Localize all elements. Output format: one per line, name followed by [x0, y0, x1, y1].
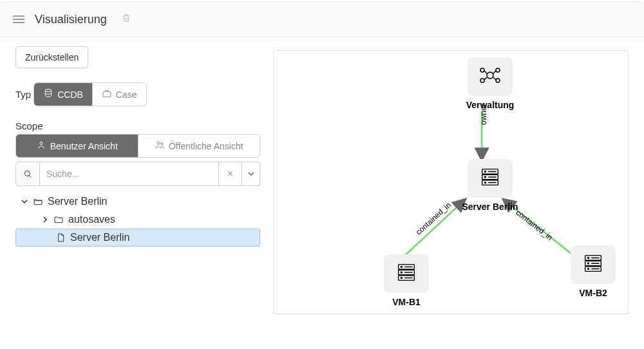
server-icon: [394, 260, 419, 287]
tree-root[interactable]: Server Berlin: [15, 193, 260, 211]
tree-view: Server Berlin autosaves Server Berlin: [15, 193, 260, 247]
svg-point-5: [24, 171, 30, 176]
app-header: Visualisierung: [0, 1, 644, 37]
scope-toggle: Benutzer Ansicht Öffentliche Ansicht: [15, 134, 260, 158]
trash-icon[interactable]: [117, 13, 131, 26]
svg-point-7: [480, 68, 484, 72]
search-bar: ×: [15, 162, 260, 186]
menu-toggle-icon[interactable]: [13, 15, 24, 23]
scope-option-public-label: Öffentliche Ansicht: [169, 141, 243, 151]
tree-item-autosaves-label: autosaves: [68, 214, 115, 225]
node-vm-b1-label: VM-B1: [392, 297, 421, 307]
node-vm-b2-label: VM-B2: [579, 288, 607, 298]
node-server-berlin[interactable]: Server Berlin: [459, 159, 521, 212]
svg-point-16: [484, 171, 486, 173]
svg-point-22: [484, 182, 486, 184]
scope-option-user-label: Benutzer Ansicht: [50, 141, 118, 151]
svg-point-8: [496, 68, 500, 72]
svg-point-4: [161, 142, 163, 144]
svg-point-40: [587, 269, 589, 270]
svg-point-0: [46, 89, 52, 91]
search-input[interactable]: [40, 162, 218, 185]
node-server-berlin-label: Server Berlin: [462, 202, 518, 212]
svg-point-31: [401, 278, 402, 279]
type-option-case[interactable]: Case: [92, 83, 146, 106]
page-title: Visualisierung: [35, 13, 107, 26]
svg-rect-1: [103, 91, 111, 97]
edge-label-contained-2: contained_in: [514, 208, 554, 242]
type-option-ccdb[interactable]: CCDB: [34, 83, 92, 106]
tree-item-autosaves[interactable]: autosaves: [15, 211, 260, 229]
scope-option-user[interactable]: Benutzer Ansicht: [16, 135, 138, 157]
svg-point-28: [401, 272, 402, 273]
database-icon: [43, 88, 53, 100]
type-option-case-label: Case: [116, 90, 137, 100]
scope-option-public[interactable]: Öffentliche Ansicht: [138, 135, 260, 157]
svg-point-37: [587, 263, 589, 264]
type-option-ccdb-label: CCDB: [57, 90, 83, 100]
svg-point-9: [480, 79, 484, 82]
svg-line-12: [493, 71, 496, 73]
svg-point-10: [496, 79, 500, 82]
scope-label: Scope: [15, 120, 260, 131]
type-label: Typ: [15, 89, 31, 100]
svg-point-2: [40, 142, 43, 144]
server-icon: [581, 251, 605, 278]
svg-point-34: [587, 258, 589, 259]
reset-button[interactable]: Zurückstellen: [15, 46, 88, 68]
tree-root-label: Server Berlin: [48, 196, 107, 207]
graph-canvas[interactable]: owner contained_in contained_in: [273, 50, 629, 314]
svg-point-19: [484, 176, 486, 178]
users-icon: [155, 140, 165, 152]
svg-line-14: [493, 77, 496, 80]
node-vm-b1[interactable]: VM-B1: [375, 254, 437, 307]
folder-icon: [53, 214, 64, 225]
svg-line-11: [484, 71, 487, 73]
edge-contained-in-1: [404, 199, 466, 256]
tree-item-server-berlin-label: Server Berlin: [70, 232, 129, 243]
folder-open-icon: [32, 196, 44, 207]
user-icon: [36, 140, 46, 152]
type-toggle: CCDB Case: [33, 82, 146, 106]
search-dropdown-icon[interactable]: [242, 162, 260, 185]
search-icon[interactable]: [15, 162, 40, 186]
briefcase-icon: [102, 88, 112, 100]
svg-point-3: [157, 142, 160, 144]
svg-point-6: [487, 72, 493, 79]
side-panel: Zurückstellen Typ CCDB Case Scope: [15, 46, 260, 314]
node-verwaltung-label: Verwaltung: [466, 100, 515, 110]
clear-icon[interactable]: ×: [218, 162, 242, 185]
group-icon: [477, 62, 503, 91]
tree-item-server-berlin[interactable]: Server Berlin: [15, 229, 260, 247]
svg-point-25: [401, 267, 402, 268]
chevron-right-icon[interactable]: [41, 216, 49, 223]
server-icon: [478, 165, 502, 192]
file-icon: [55, 232, 66, 243]
node-vm-b2[interactable]: VM-B2: [562, 245, 624, 298]
node-verwaltung[interactable]: Verwaltung: [459, 57, 521, 110]
svg-line-13: [484, 77, 487, 80]
edge-label-contained-1: contained_in: [414, 200, 453, 236]
chevron-down-icon[interactable]: [21, 198, 28, 205]
